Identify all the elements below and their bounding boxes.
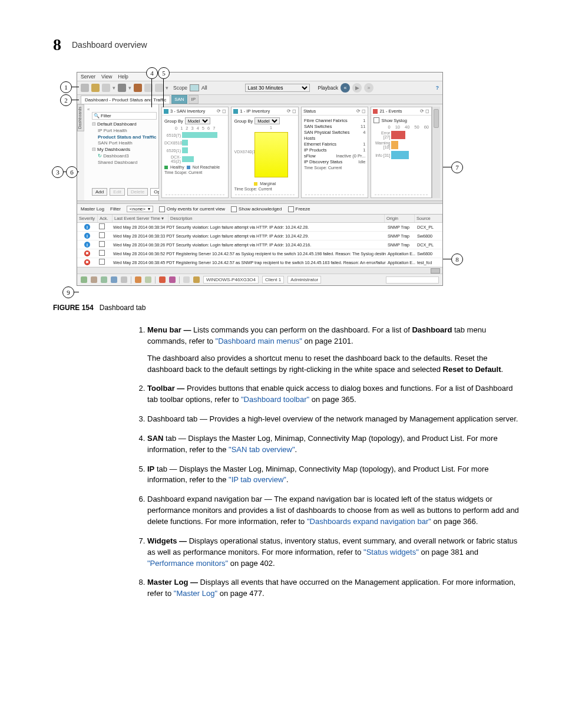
list-item: Master Log — Displays all events that ha… — [147, 577, 524, 599]
groupby-select[interactable]: Model — [185, 117, 210, 124]
tab-san[interactable]: SAN — [171, 95, 187, 104]
xref-ip-tab-overview[interactable]: "IP tab overview" — [229, 475, 286, 484]
widget-refresh-icon[interactable]: ⟳ — [217, 108, 221, 114]
toolbar: ▾ ▾ ▾ Scope All Last 30 Minutes Playback… — [77, 81, 442, 95]
widget-settings-icon[interactable]: ◻ — [222, 108, 226, 114]
help-icon[interactable]: ? — [436, 85, 439, 91]
tab-dashboard[interactable]: Dashboard - Product Status and Traffic — [81, 95, 170, 104]
xref-dashboard-toolbar[interactable]: "Dashboard toolbar" — [241, 395, 309, 404]
show-syslog-checkbox[interactable] — [373, 117, 379, 123]
xref-master-log[interactable]: "Master Log" — [174, 589, 217, 598]
callout-5: 5 — [158, 67, 170, 79]
playback-fwd-icon[interactable]: » — [364, 83, 373, 93]
table-row[interactable]: ✖ Wed May 28 2014 06:36:52 PDT Registeri… — [77, 249, 442, 258]
xref-dashboard-main-menus[interactable]: "Dashboard main menus" — [216, 337, 302, 345]
master-log-rows: i Wed May 28 2014 06:38:34 PDT Security … — [77, 223, 442, 267]
dashboards-tree[interactable]: ⊟Default Dashboard IP Port Health Produc… — [92, 121, 157, 166]
master-log-toolbar: Master Log Filter <none>▾ Only events fo… — [77, 203, 442, 215]
callout-2: 2 — [60, 94, 72, 106]
ack-checkbox[interactable] — [99, 223, 105, 229]
statusbar-icon[interactable] — [111, 276, 117, 283]
tab-bar: Dashboard - Product Status and Traffic S… — [77, 95, 442, 104]
xref-performance-monitors[interactable]: "Performance monitors" — [147, 559, 228, 568]
widget-refresh-icon[interactable]: ⟳ — [356, 108, 361, 114]
severity-info-icon: i — [84, 233, 90, 239]
freeze-checkbox[interactable] — [288, 206, 294, 212]
ack-checkbox[interactable] — [99, 241, 105, 247]
menu-server[interactable]: Server — [81, 74, 95, 80]
widget-color-icon — [164, 109, 168, 114]
page-number: 8 — [53, 35, 61, 54]
groupby-select[interactable]: Model — [254, 117, 280, 124]
list-item: Dashboard tab — Provides a high-level ov… — [147, 414, 524, 425]
menu-help[interactable]: Help — [118, 74, 128, 80]
dashboards-expand-bar[interactable]: Dashboards — [77, 104, 84, 131]
toolbar-icon[interactable] — [91, 84, 100, 92]
severity-error-icon: ✖ — [84, 251, 90, 256]
scope-value: All — [201, 85, 207, 91]
master-log-hscroll[interactable] — [77, 267, 442, 274]
toolbar-icon[interactable] — [134, 84, 142, 92]
ack-checkbox[interactable] — [99, 259, 105, 265]
search-icon: 🔍 — [94, 113, 100, 118]
statusbar-icon[interactable] — [145, 276, 151, 283]
filter-select[interactable]: <none>▾ — [127, 206, 153, 212]
statusbar-icon[interactable] — [101, 276, 107, 283]
callout-4: 4 — [146, 67, 158, 79]
table-row[interactable]: i Wed May 28 2014 06:38:33 PDT Security … — [77, 232, 442, 241]
callout-6: 6 — [66, 166, 78, 178]
callout-9: 9 — [62, 286, 74, 298]
toolbar-icon[interactable] — [118, 84, 126, 92]
widget-settings-icon[interactable]: ◻ — [362, 108, 366, 114]
severity-info-icon: i — [84, 224, 90, 230]
delete-button[interactable]: Delete — [127, 188, 148, 196]
callout-3: 3 — [52, 166, 64, 178]
statusbar-icon[interactable] — [169, 276, 176, 283]
statusbar-host: WINDOWS-P46XG3O4 — [203, 276, 259, 284]
statusbar-icon[interactable] — [159, 276, 166, 283]
tab-ip[interactable]: IP — [189, 95, 199, 104]
widget-settings-icon[interactable]: ◻ — [425, 108, 429, 114]
statusbar-icon[interactable] — [121, 276, 127, 283]
playback-rewind-icon[interactable]: « — [340, 83, 350, 93]
severity-info-icon: i — [84, 242, 90, 248]
toolbar-icon[interactable] — [155, 84, 163, 92]
menu-view[interactable]: View — [101, 74, 112, 80]
xref-san-tab-overview[interactable]: "SAN tab overview" — [229, 445, 295, 454]
sidebar-filter[interactable]: 🔍 Filter — [92, 112, 157, 120]
show-ack-checkbox[interactable] — [231, 206, 237, 212]
playback-play-icon[interactable]: ▶ — [352, 83, 362, 93]
ack-checkbox[interactable] — [99, 250, 105, 256]
edit-button[interactable]: Edit — [110, 188, 125, 196]
toolbar-icon[interactable] — [102, 84, 110, 92]
menu-bar[interactable]: Server View Help — [77, 73, 442, 81]
statusbar-icon[interactable] — [183, 276, 190, 283]
statusbar-icon[interactable] — [135, 276, 141, 283]
statusbar-icon[interactable] — [91, 276, 97, 283]
table-row[interactable]: i Wed May 28 2014 06:38:26 PDT Security … — [77, 241, 442, 249]
figure-caption: FIGURE 154 Dashboard tab — [53, 304, 509, 312]
widget-settings-icon[interactable]: ◻ — [292, 108, 296, 114]
callout-8: 8 — [451, 253, 463, 265]
app-window: Server View Help ▾ ▾ ▾ Scope All Last 30… — [77, 72, 443, 286]
widget-refresh-icon[interactable]: ⟳ — [287, 108, 291, 114]
widgets-scrollbar[interactable] — [432, 107, 440, 198]
groupby-label: Group By — [234, 118, 253, 124]
statusbar-icon[interactable] — [81, 276, 87, 283]
toolbar-icon[interactable] — [81, 84, 89, 92]
groupby-label: Group By — [164, 118, 183, 124]
list-item: Menu bar — Lists commands you can perfor… — [147, 325, 524, 375]
widget-status: Status ⟳◻ Fibre Channel Fabrics1 SAN Swi… — [301, 107, 368, 198]
widget-color-icon — [373, 109, 378, 114]
ack-checkbox[interactable] — [99, 232, 105, 238]
timerange-select[interactable]: Last 30 Minutes — [245, 84, 310, 92]
statusbar-icon[interactable] — [193, 276, 200, 283]
add-button[interactable]: Add — [92, 188, 107, 196]
xref-status-widgets[interactable]: "Status widgets" — [363, 548, 419, 556]
table-row[interactable]: ✖ Wed May 28 2014 06:38:45 PDT Registeri… — [77, 258, 442, 267]
widget-events: 21 - Events ⟳◻ Show Syslog 010405060 Err… — [371, 107, 432, 198]
only-current-checkbox[interactable] — [159, 206, 165, 212]
widget-refresh-icon[interactable]: ⟳ — [420, 108, 424, 114]
xref-expand-nav-bar[interactable]: "Dashboards expand navigation bar" — [307, 517, 431, 526]
table-row[interactable]: i Wed May 28 2014 06:38:34 PDT Security … — [77, 223, 442, 232]
